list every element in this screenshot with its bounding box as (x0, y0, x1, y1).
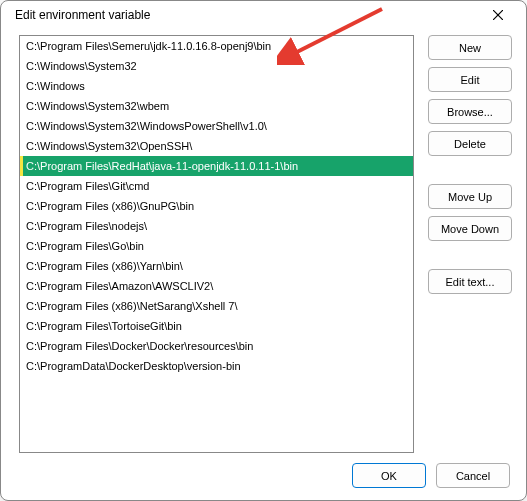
cancel-button[interactable]: Cancel (436, 463, 510, 488)
close-button[interactable] (478, 1, 518, 29)
delete-button[interactable]: Delete (428, 131, 512, 156)
new-button[interactable]: New (428, 35, 512, 60)
list-item[interactable]: C:\Program Files\Semeru\jdk-11.0.16.8-op… (20, 36, 413, 56)
spacer (428, 248, 512, 262)
list-item[interactable]: C:\Program Files (x86)\Yarn\bin\ (20, 256, 413, 276)
side-button-column: New Edit Browse... Delete Move Up Move D… (428, 35, 512, 453)
edit-text-button[interactable]: Edit text... (428, 269, 512, 294)
dialog-window: Edit environment variable C:\Program Fil… (0, 0, 527, 501)
list-item[interactable]: C:\Program Files\TortoiseGit\bin (20, 316, 413, 336)
footer-buttons: OK Cancel (1, 459, 526, 501)
list-item[interactable]: C:\Program Files\Docker\Docker\resources… (20, 336, 413, 356)
list-item[interactable]: C:\ProgramData\DockerDesktop\version-bin (20, 356, 413, 376)
list-item[interactable]: C:\Program Files (x86)\GnuPG\bin (20, 196, 413, 216)
list-item[interactable]: C:\Windows (20, 76, 413, 96)
list-item[interactable]: C:\Windows\System32\wbem (20, 96, 413, 116)
list-item[interactable]: C:\Windows\System32\WindowsPowerShell\v1… (20, 116, 413, 136)
move-up-button[interactable]: Move Up (428, 184, 512, 209)
list-item[interactable]: C:\Program Files\Go\bin (20, 236, 413, 256)
list-item[interactable]: C:\Program Files\nodejs\ (20, 216, 413, 236)
list-item[interactable]: C:\Program Files (x86)\NetSarang\Xshell … (20, 296, 413, 316)
list-item[interactable]: C:\Program Files\Amazon\AWSCLIV2\ (20, 276, 413, 296)
list-item[interactable]: C:\Program Files\RedHat\java-11-openjdk-… (20, 156, 413, 176)
list-item[interactable]: C:\Windows\System32 (20, 56, 413, 76)
content-area: C:\Program Files\Semeru\jdk-11.0.16.8-op… (1, 29, 526, 459)
window-title: Edit environment variable (15, 8, 478, 22)
ok-button[interactable]: OK (352, 463, 426, 488)
list-item[interactable]: C:\Windows\System32\OpenSSH\ (20, 136, 413, 156)
path-listbox[interactable]: C:\Program Files\Semeru\jdk-11.0.16.8-op… (19, 35, 414, 453)
browse-button[interactable]: Browse... (428, 99, 512, 124)
spacer (428, 163, 512, 177)
list-item[interactable]: C:\Program Files\Git\cmd (20, 176, 413, 196)
edit-button[interactable]: Edit (428, 67, 512, 92)
close-icon (493, 10, 503, 20)
move-down-button[interactable]: Move Down (428, 216, 512, 241)
titlebar: Edit environment variable (1, 1, 526, 29)
